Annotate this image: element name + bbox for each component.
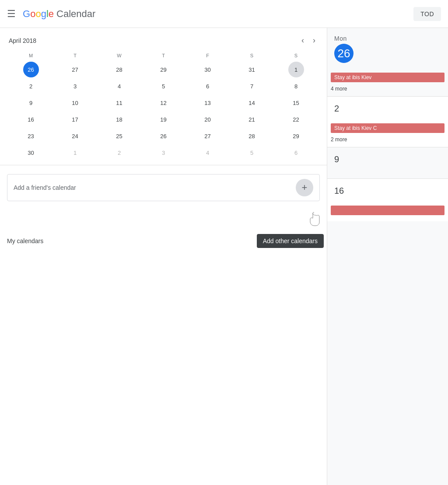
day-number-9[interactable]: 9 (334, 154, 441, 164)
logo-google: Google (23, 8, 54, 20)
cal-day-26-april[interactable]: 26 (156, 128, 172, 144)
day-section-26: Mon 26 Stay at ibis Kiev 4 more (327, 28, 448, 97)
dow-m: M (9, 51, 53, 60)
dow-t2: T (141, 51, 186, 60)
day-number-26[interactable]: 26 (334, 44, 354, 63)
cal-day-30[interactable]: 30 (200, 62, 216, 77)
day-number-16[interactable]: 16 (334, 186, 441, 196)
sidebar: April 2018 ‹ › M T W T F S S 2 (0, 28, 327, 485)
cal-day-29[interactable]: 29 (156, 62, 172, 77)
cal-day-5[interactable]: 5 (156, 78, 172, 94)
prev-month-button[interactable]: ‹ (299, 35, 307, 46)
cal-day-28-april[interactable]: 28 (244, 128, 260, 144)
cal-day-5-next[interactable]: 5 (244, 145, 260, 161)
cursor-hand-icon (308, 212, 320, 226)
cal-day-25[interactable]: 25 (112, 128, 127, 144)
day-number-2[interactable]: 2 (334, 104, 441, 114)
week-row-3: 9 10 11 12 13 14 15 (9, 95, 318, 111)
cal-day-28[interactable]: 28 (112, 62, 127, 77)
cal-day-3-next[interactable]: 3 (156, 145, 172, 161)
header: ☰ Google Calendar TOD (0, 0, 448, 28)
cal-day-27[interactable]: 27 (67, 62, 83, 77)
menu-icon[interactable]: ☰ (7, 8, 16, 20)
calendar-grid: M T W T F S S 26 27 28 29 30 31 1 (9, 51, 318, 161)
next-month-button[interactable]: › (310, 35, 318, 46)
logo-o1: o (30, 8, 35, 19)
day-section-16: 16 (327, 179, 448, 221)
dow-s1: S (230, 51, 274, 60)
more-events-2[interactable]: 2 more (327, 136, 448, 143)
day-header-16: 16 (327, 179, 448, 199)
event-bar-red-16[interactable] (331, 206, 444, 215)
event-item-red-16[interactable] (327, 204, 448, 217)
add-plus-button[interactable]: + (296, 179, 313, 196)
cal-day-6[interactable]: 6 (200, 78, 216, 94)
today-button[interactable]: TOD (413, 7, 441, 21)
cal-day-26-march[interactable]: 26 (23, 62, 39, 77)
cal-day-20[interactable]: 20 (200, 112, 216, 127)
dow-f: F (186, 51, 230, 60)
main-layout: April 2018 ‹ › M T W T F S S 2 (0, 28, 448, 485)
cal-day-3[interactable]: 3 (67, 78, 83, 94)
more-events-26[interactable]: 4 more (327, 85, 448, 93)
events-day-26: Stay at ibis Kiev 4 more (327, 66, 448, 96)
right-panel: Mon 26 Stay at ibis Kiev 4 more 2 Stay a… (327, 28, 448, 485)
add-other-calendars-tooltip: Add other calendars (257, 234, 324, 248)
logo-calendar-text: Calendar (56, 8, 95, 20)
cal-day-23[interactable]: 23 (23, 128, 39, 144)
cal-day-29-april[interactable]: 29 (288, 128, 304, 144)
cal-day-13[interactable]: 13 (200, 95, 216, 111)
dow-w: W (97, 51, 141, 60)
cal-day-8[interactable]: 8 (288, 78, 304, 94)
cal-day-7[interactable]: 7 (244, 78, 260, 94)
cal-day-1-next[interactable]: 1 (67, 145, 83, 161)
cal-day-30-april[interactable]: 30 (23, 145, 39, 161)
cal-day-18[interactable]: 18 (112, 112, 127, 127)
week-row-6: 30 1 2 3 4 5 6 (9, 145, 318, 161)
cal-day-2-next[interactable]: 2 (112, 145, 127, 161)
calendar-header: April 2018 ‹ › (9, 35, 318, 46)
cal-day-14[interactable]: 14 (244, 95, 260, 111)
cal-day-17[interactable]: 17 (67, 112, 83, 127)
cal-day-21[interactable]: 21 (244, 112, 260, 127)
event-item-ibis-2[interactable]: Stay at ibis Kiev C (327, 122, 448, 135)
cal-day-22[interactable]: 22 (288, 112, 304, 127)
cal-day-12[interactable]: 12 (156, 95, 172, 111)
logo-e: e (49, 8, 54, 19)
plus-icon: + (302, 182, 308, 193)
calendar-nav: ‹ › (299, 35, 318, 46)
cal-day-15[interactable]: 15 (288, 95, 304, 111)
week-row-2: 2 3 4 5 6 7 8 (9, 78, 318, 94)
cal-day-9[interactable]: 9 (23, 95, 39, 111)
cal-day-1-may[interactable]: 1 (288, 62, 304, 77)
cal-day-16[interactable]: 16 (23, 112, 39, 127)
mini-calendar: April 2018 ‹ › M T W T F S S 2 (0, 28, 327, 165)
add-friend-section[interactable]: Add a friend's calendar + Add other cale… (7, 174, 320, 201)
cal-day-4-next[interactable]: 4 (200, 145, 216, 161)
event-bar-ibis-1[interactable]: Stay at ibis Kiev (331, 73, 444, 82)
cal-day-24[interactable]: 24 (67, 128, 83, 144)
cal-day-19[interactable]: 19 (156, 112, 172, 127)
dow-s2: S (274, 51, 318, 60)
cal-day-31[interactable]: 31 (244, 62, 260, 77)
add-friend-label: Add a friend's calendar (14, 184, 296, 191)
cal-day-6-next[interactable]: 6 (288, 145, 304, 161)
events-day-16 (327, 199, 448, 221)
logo-g2: g (41, 8, 46, 19)
week-row-4: 16 17 18 19 20 21 22 (9, 112, 318, 127)
cal-day-27-april[interactable]: 27 (200, 128, 216, 144)
events-day-2: Stay at ibis Kiev C 2 more (327, 117, 448, 147)
day-section-9: 9 (327, 147, 448, 179)
logo: Google Calendar (23, 8, 95, 20)
cal-day-2[interactable]: 2 (23, 78, 39, 94)
event-item-ibis-1[interactable]: Stay at ibis Kiev (327, 71, 448, 84)
logo-g: G (23, 8, 30, 19)
day-header-9: 9 (327, 147, 448, 178)
day-header-2: 2 (327, 97, 448, 117)
event-bar-ibis-2[interactable]: Stay at ibis Kiev C (331, 123, 444, 133)
calendar-month-year: April 2018 (9, 37, 299, 44)
cal-day-4[interactable]: 4 (112, 78, 127, 94)
cal-day-11[interactable]: 11 (112, 95, 127, 111)
dow-t1: T (53, 51, 97, 60)
cal-day-10[interactable]: 10 (67, 95, 83, 111)
